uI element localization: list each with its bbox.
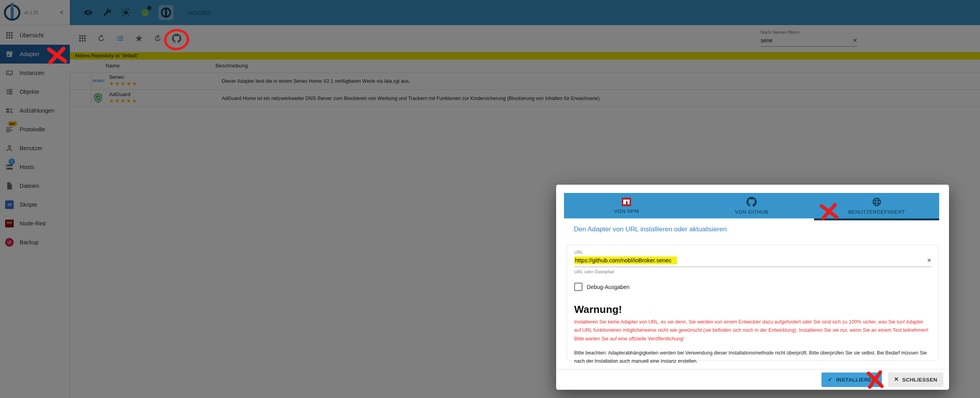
note-text: Bitte beachten: Adapterabhängigkeiten we… [574, 349, 931, 366]
tab-label: VON GITHUB [735, 209, 768, 215]
dialog-tabs: VON NPM VON GITHUB BENUTZERDEFINIERT [564, 193, 939, 218]
debug-checkbox-row: Debug-Ausgaben [574, 283, 931, 291]
tab-benutzerdefiniert[interactable]: BENUTZERDEFINIERT [814, 193, 939, 218]
install-from-url-dialog: VON NPM VON GITHUB BENUTZERDEFINIERT Den… [556, 185, 949, 390]
tab-label: BENUTZERDEFINIERT [848, 209, 905, 215]
highlighted-url-value: https://github.com/nobl/ioBroker.senec [574, 256, 677, 264]
url-field-label: URL [574, 250, 931, 254]
url-form-panel: URL https://github.com/nobl/ioBroker.sen… [567, 245, 939, 361]
close-button[interactable]: SCHLIESSEN [888, 373, 944, 387]
npm-icon [622, 198, 631, 206]
url-helper-text: URL oder Dateipfad [574, 269, 931, 274]
globe-icon [872, 197, 882, 207]
dialog-title: Den Adapter von URL installieren oder ak… [574, 225, 727, 233]
check-icon [828, 376, 833, 383]
close-icon [894, 376, 898, 383]
debug-checkbox[interactable] [574, 283, 582, 291]
tab-label: VON NPM [614, 208, 639, 214]
tab-von-npm[interactable]: VON NPM [564, 193, 689, 218]
tab-von-github[interactable]: VON GITHUB [689, 193, 814, 218]
app-screen: v5.1.25 Übersicht Adapter Instanze [0, 0, 980, 398]
dialog-actions: INSTALLIEREN SCHLIESSEN [556, 369, 949, 390]
url-clear-icon[interactable] [927, 258, 931, 263]
warning-title: Warnung! [574, 303, 931, 316]
warning-text: Installieren Sie keine Adapter von URL, … [574, 318, 931, 343]
debug-checkbox-label: Debug-Ausgaben [587, 284, 630, 290]
github-icon [746, 197, 757, 207]
url-input[interactable]: https://github.com/nobl/ioBroker.senec [574, 254, 931, 267]
install-button[interactable]: INSTALLIEREN [821, 373, 882, 387]
